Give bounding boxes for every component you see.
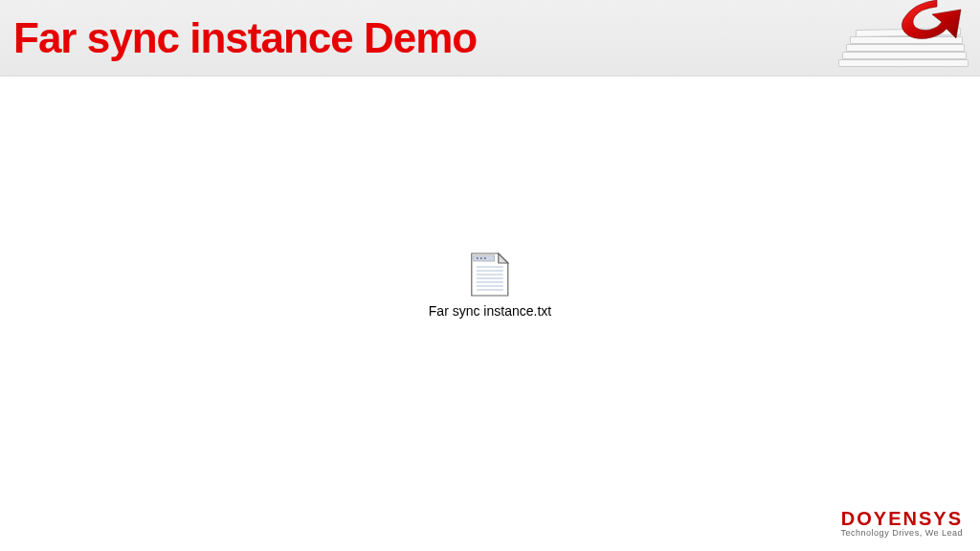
company-name: DOYENSYS xyxy=(841,508,963,530)
file-name-label: Far sync instance.txt xyxy=(429,303,551,319)
text-file-icon xyxy=(470,252,510,298)
slide-content: Far sync instance.txt DOYENSYS Technolog… xyxy=(0,77,980,551)
svg-point-3 xyxy=(484,257,486,259)
company-tagline: Technology Drives, We Lead xyxy=(841,528,963,538)
red-arrow-icon xyxy=(865,0,980,62)
slide-title: Far sync instance Demo xyxy=(0,14,477,62)
header-decoration xyxy=(808,0,980,77)
file-attachment[interactable]: Far sync instance.txt xyxy=(429,252,551,319)
svg-point-2 xyxy=(480,257,482,259)
svg-point-1 xyxy=(477,257,479,259)
slide-header: Far sync instance Demo xyxy=(0,0,980,77)
company-logo: DOYENSYS Technology Drives, We Lead xyxy=(841,508,963,538)
